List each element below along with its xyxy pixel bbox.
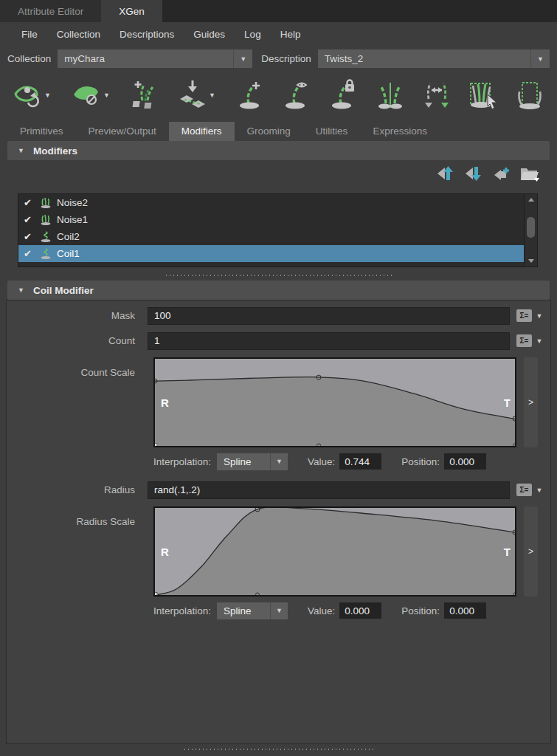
collapse-triangle-icon[interactable]: ▼	[18, 147, 24, 154]
menu-log[interactable]: Log	[235, 29, 271, 40]
scrollbar-track[interactable]	[525, 205, 537, 255]
menu-file[interactable]: File	[12, 29, 47, 40]
create-description-button[interactable]	[130, 78, 161, 112]
guide-visibility-icon	[283, 78, 312, 113]
lock-guides-icon	[329, 78, 359, 113]
interpolation-select[interactable]: Spline	[217, 453, 270, 470]
collection-select-arrow[interactable]: ▼	[233, 49, 252, 68]
checkmark-icon[interactable]: ✔	[24, 248, 35, 259]
list-item-coil2[interactable]: ✔ Coil2	[18, 228, 524, 245]
tab-modifiers[interactable]: Modifiers	[169, 122, 235, 141]
tab-utilities[interactable]: Utilities	[303, 122, 361, 141]
load-modifier-button[interactable]	[520, 165, 539, 183]
list-item-noise2[interactable]: ✔ Noise2	[18, 194, 524, 211]
checkmark-icon[interactable]: ✔	[24, 197, 35, 208]
curve-position-marker[interactable]	[153, 592, 158, 597]
list-scrollbar[interactable]	[524, 194, 537, 267]
menu-descriptions[interactable]: Descriptions	[110, 29, 184, 40]
tab-attribute-editor[interactable]: Attribute Editor	[0, 0, 101, 22]
collapse-triangle-icon[interactable]: ▼	[18, 286, 24, 294]
expression-editor-icon[interactable]: Σ=	[516, 334, 532, 347]
list-item-coil1[interactable]: ✔ Coil1	[18, 245, 524, 262]
radius-scale-curve-editor[interactable]: R T	[153, 506, 516, 597]
tab-xgen[interactable]: XGen	[101, 0, 162, 22]
curve-position-marker[interactable]	[513, 592, 516, 597]
preview-toggle-caret[interactable]: ▼	[103, 92, 114, 99]
scroll-down-button[interactable]	[525, 255, 537, 267]
mask-input[interactable]: 100	[148, 307, 510, 325]
scroll-up-button[interactable]	[525, 194, 537, 205]
interpolation-select-arrow[interactable]: ▼	[270, 453, 288, 470]
scrollbar-thumb[interactable]	[527, 217, 535, 237]
value-input[interactable]: 0.000	[339, 602, 381, 619]
value-input[interactable]: 0.744	[339, 453, 381, 470]
guide-visibility-button[interactable]	[282, 78, 313, 112]
interpolation-select[interactable]: Spline	[217, 602, 270, 619]
expression-editor-icon[interactable]: Σ=	[516, 484, 532, 496]
menu-guides[interactable]: Guides	[184, 29, 235, 40]
interpolation-select-arrow[interactable]: ▼	[270, 602, 288, 619]
position-input[interactable]: 0.000	[444, 602, 486, 619]
mirror-guides-icon	[376, 78, 405, 113]
coil-modifier-section-header[interactable]: ▼ Coil Modifier	[7, 281, 550, 300]
lock-guides-button[interactable]	[328, 78, 359, 112]
count-input[interactable]: 1	[148, 332, 510, 350]
collection-select[interactable]: myChara	[58, 49, 233, 68]
panel-splitter-handle[interactable]	[165, 274, 393, 277]
tab-expressions[interactable]: Expressions	[360, 122, 440, 141]
checkmark-icon[interactable]: ✔	[24, 265, 35, 267]
chevron-down-icon: ▼	[240, 55, 246, 63]
position-input[interactable]: 0.000	[444, 453, 486, 470]
chevron-down-icon[interactable]: ▼	[532, 487, 547, 494]
list-item-clumping1[interactable]: ✔ Clumping1	[18, 262, 524, 267]
transfer-guides-button[interactable]	[421, 78, 452, 112]
add-modifier-button[interactable]	[492, 165, 511, 183]
window-splitter-handle[interactable]	[183, 748, 375, 751]
curve-tip-label: T	[504, 546, 511, 558]
preview-refresh-caret[interactable]: ▼	[44, 92, 55, 99]
curve-control-point[interactable]	[513, 530, 517, 535]
description-select-arrow[interactable]: ▼	[530, 49, 550, 68]
curve-position-marker[interactable]	[513, 443, 516, 447]
modifiers-section-header[interactable]: ▼ Modifiers	[7, 141, 550, 160]
count-value: 1	[154, 335, 160, 346]
select-region-button[interactable]	[514, 78, 545, 112]
radius-label: Radius	[7, 484, 148, 495]
attach-description-button[interactable]	[176, 78, 207, 112]
curve-position-marker[interactable]	[255, 592, 260, 597]
menu-help[interactable]: Help	[271, 29, 311, 40]
interpolation-label: Interpolation:	[153, 456, 211, 467]
list-item-noise1[interactable]: ✔ Noise1	[18, 211, 524, 228]
description-select[interactable]: Twists_2	[318, 49, 530, 68]
preview-refresh-button[interactable]	[12, 78, 43, 112]
checkmark-icon[interactable]: ✔	[24, 214, 35, 225]
chevron-down-icon[interactable]: ▼	[532, 337, 547, 345]
curve-control-point[interactable]	[513, 416, 517, 422]
menu-collection[interactable]: Collection	[47, 29, 110, 40]
move-modifier-up-button[interactable]	[436, 165, 455, 183]
tab-preview-output[interactable]: Preview/Output	[76, 122, 169, 141]
chevron-down-icon[interactable]: ▼	[532, 312, 547, 320]
tab-primitives[interactable]: Primitives	[7, 122, 76, 141]
curve-position-marker[interactable]	[153, 443, 158, 447]
select-guides-button[interactable]	[468, 78, 499, 112]
count-scale-curve-editor[interactable]: R T	[153, 357, 516, 447]
expression-editor-icon[interactable]: Σ=	[516, 309, 532, 322]
radius-input[interactable]: rand(.1,.2)	[148, 481, 510, 499]
mirror-guides-button[interactable]	[375, 78, 406, 112]
attach-description-caret[interactable]: ▼	[209, 92, 220, 99]
value-label: Value:	[308, 605, 335, 616]
add-guide-button[interactable]	[235, 78, 266, 112]
move-modifier-down-button[interactable]	[464, 165, 483, 183]
add-guide-icon	[236, 78, 266, 113]
curve-control-point[interactable]	[316, 374, 322, 379]
curve-position-marker[interactable]	[316, 443, 321, 447]
checkmark-icon[interactable]: ✔	[24, 231, 35, 242]
preview-toggle-button[interactable]	[71, 78, 102, 112]
tab-grooming[interactable]: Grooming	[235, 122, 303, 141]
count-scale-expand-button[interactable]: >	[524, 357, 538, 447]
list-item-label: Coil2	[57, 231, 80, 242]
curve-control-point[interactable]	[255, 506, 260, 512]
radius-scale-expand-button[interactable]: >	[524, 506, 538, 597]
chevron-down-icon: ▼	[276, 458, 283, 465]
